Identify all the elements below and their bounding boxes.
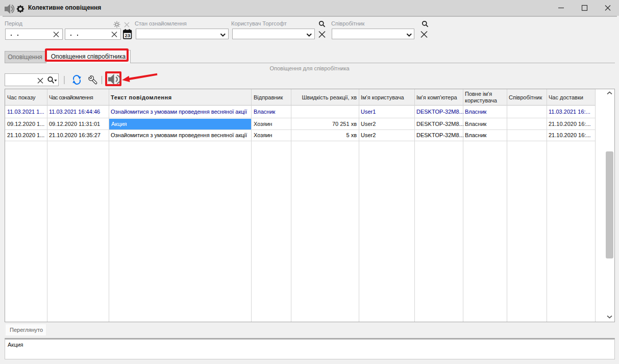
svg-text:23: 23 — [125, 33, 130, 38]
